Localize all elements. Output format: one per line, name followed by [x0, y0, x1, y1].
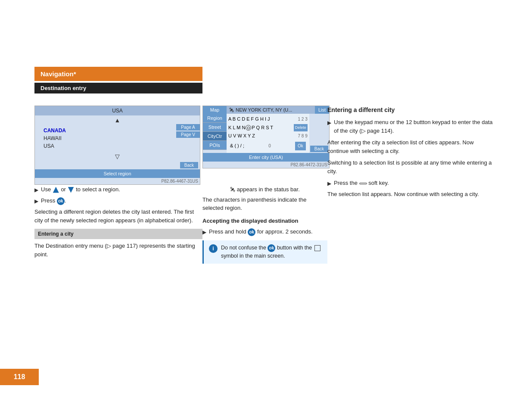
soft-key-rect [359, 183, 367, 184]
map-title: 🛰 NEW YORK CITY, NY (U... [227, 106, 315, 114]
map-button[interactable]: Map [203, 106, 227, 114]
entering-city-para: The Destination entry menu (▷ page 117) … [34, 242, 202, 258]
back-button-right[interactable]: Back [310, 146, 328, 152]
back-row: Back [35, 161, 200, 169]
bullet-2-text: Press ok. [41, 196, 66, 205]
right-bullet-1-text: Use the keypad menu or the 12 buttton ke… [334, 118, 495, 135]
region-button[interactable]: Region [203, 114, 227, 123]
ok-circle-icon-3: ok [268, 244, 275, 252]
satellite-icon: 🛰 [229, 107, 234, 112]
image-ref-right: P82.86-4472-31US [203, 162, 329, 168]
diagram-right-top: Map 🛰 NEW YORK CITY, NY (U... List [203, 106, 329, 114]
right-para-2: After entering the city a selection list… [327, 138, 495, 155]
info-icon: i [209, 244, 218, 253]
accepting-text: Press and hold ok for approx. 2 seconds. [209, 227, 313, 236]
up-nav-icon [53, 187, 59, 193]
list-item-canada: CANADA [44, 127, 191, 134]
keyboard-symbols: & ( ) / ; [230, 142, 244, 150]
right-para-4: The selection list appears. Now continue… [327, 190, 495, 199]
bullet-press-ok: ▶ Press ok. [34, 196, 202, 205]
bullet-arrow-1: ▶ [34, 186, 38, 194]
bullet-arrow-right-1: ▶ [327, 119, 331, 127]
up-arrow-icon: ▲ [35, 115, 200, 125]
right-bullet-2-text: Press the soft key. [334, 179, 389, 187]
content-middle: 🛰 appears in the status bar. The charact… [202, 185, 327, 268]
side-buttons-left: Region Street CityCtr POIs [203, 114, 227, 153]
keyboard-nums-4: 0 [268, 143, 271, 149]
nav-bar-left: Select region [35, 169, 200, 178]
side-buttons-area: Region Street CityCtr POIs A B C D E F G… [203, 114, 329, 153]
content-right: Entering a different city ▶ Use the keyp… [327, 106, 495, 202]
bullet-1-text: Use or to select a region. [41, 185, 120, 194]
content-left: ▶ Use or to select a region. ▶ Press ok.… [34, 185, 202, 262]
down-nav-icon [68, 187, 74, 193]
keyboard-letters-2: K L M NOP Q R S T [228, 124, 293, 132]
page-number: 118 [0, 369, 39, 385]
bullet-arrow-2: ▶ [34, 197, 38, 205]
right-bullet-1: ▶ Use the keypad menu or the 12 buttton … [327, 118, 495, 135]
diagram-right: Map 🛰 NEW YORK CITY, NY (U... List Regio… [202, 106, 330, 168]
bullet-use-arrows: ▶ Use or to select a region. [34, 185, 202, 194]
keyboard-row-3: U V W X Y Z 7 8 9 [228, 132, 308, 140]
appears-text: 🛰 appears in the status bar. [202, 185, 327, 194]
list-item-hawaii: HAWAII [44, 134, 191, 142]
right-para-3: Switching to a selection list is possibl… [327, 159, 495, 175]
info-box: i Do not confuse the ok button with the … [202, 240, 327, 264]
keyboard-delete-btn[interactable]: Delete [294, 124, 308, 131]
diagram-left: USA ▲ CANADA HAWAII USA Page A Page V ▽ … [34, 106, 200, 185]
keyboard-area: A B C D E F G H I J 1 2 3 K L M NOP Q R … [227, 114, 309, 153]
bullet-arrow-right-2: ▶ [327, 180, 331, 187]
nav-bar-right: Enter city (USA) [203, 153, 329, 162]
page-a-button[interactable]: Page A [176, 124, 200, 131]
down-arrow-icon: ▽ [35, 152, 200, 161]
page-v-button[interactable]: Page V [176, 131, 200, 138]
ok-button[interactable]: Ok [295, 142, 306, 150]
square-symbol-icon [314, 245, 320, 251]
keyboard-row-1: A B C D E F G H I J 1 2 3 [228, 115, 308, 123]
accepting-bullet: ▶ Press and hold ok for approx. 2 second… [202, 227, 327, 236]
section-title: Destination entry [34, 83, 202, 93]
poi-button[interactable]: POIs [203, 141, 227, 150]
keyboard-nums-3: 7 8 9 [298, 133, 308, 140]
satellite-icon-2: 🛰 [230, 187, 235, 193]
city-button[interactable]: CityCtr [203, 132, 227, 141]
entering-diff-city-header: Entering a different city [327, 106, 495, 115]
keyboard-nums-1: 1 2 3 [298, 116, 308, 123]
nav-title: Navigation* [34, 67, 202, 81]
ok-circle-icon-2: ok [248, 228, 255, 236]
keyboard-row-2: K L M NOP Q R S T Delete [228, 124, 308, 132]
bullet-arrow-accept: ▶ [202, 228, 206, 236]
image-ref-left: P82.86-4467-31US [35, 178, 200, 184]
ok-circle-icon: ok [57, 197, 65, 205]
keyboard-letters-3: U V W X Y Z [228, 132, 297, 140]
diagram-country: USA [35, 106, 200, 115]
right-bullet-2: ▶ Press the soft key. [327, 179, 495, 187]
entering-city-header: Entering a city [34, 229, 202, 239]
keyboard-letters-1: A B C D E F G H I J [228, 115, 297, 123]
info-text: Do not confuse the ok button with the sy… [221, 244, 322, 260]
region-list: CANADA HAWAII USA Page A Page V [35, 125, 200, 152]
chars-text: The characters in parenthesis indicate t… [202, 196, 327, 212]
street-button[interactable]: Street [203, 123, 227, 132]
keyboard-bottom-row: & ( ) / ; 0 Ok [228, 141, 308, 151]
header-section: Navigation* Destination entry [34, 67, 202, 93]
selecting-region-para: Selecting a different region deletes the… [34, 208, 202, 224]
list-item-usa: USA [44, 142, 191, 150]
accepting-header: Accepting the displayed destination [202, 217, 327, 225]
back-button[interactable]: Back [180, 162, 198, 168]
